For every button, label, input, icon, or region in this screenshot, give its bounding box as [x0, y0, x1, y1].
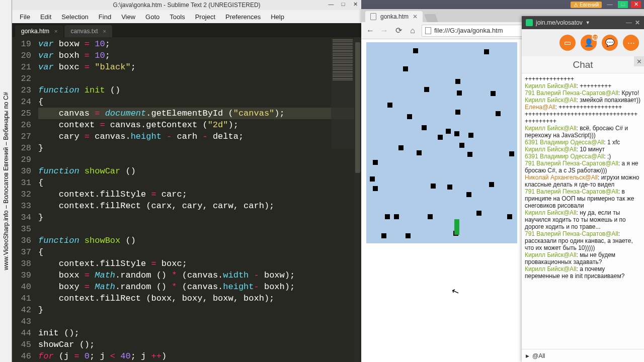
- joinme-panel: join.me/volosatov ▼ — ✕ ▭ 👤15 💬 ⋯ Chat ✕…: [522, 16, 644, 362]
- chat-input-text: @All: [532, 352, 545, 359]
- window-buttons: — □ ✕: [327, 1, 359, 8]
- joinme-titlebar[interactable]: join.me/volosatov ▼ — ✕: [522, 16, 644, 29]
- participants-count: 15: [592, 34, 599, 41]
- menu-edit[interactable]: Edit: [36, 12, 56, 22]
- participants-button[interactable]: 👤15: [581, 35, 597, 51]
- chat-message: 6391 Владимир Одесса@All: 1 xfc: [525, 139, 641, 146]
- os-close-button[interactable]: ✕: [631, 1, 641, 8]
- os-minimize-button[interactable]: —: [605, 1, 615, 8]
- chat-message: Кирилл Бийск@All: ну да, если ты научилс…: [525, 209, 641, 230]
- line-gutter: 1920212223242526272829303132333435363738…: [12, 37, 36, 362]
- menu-find[interactable]: Find: [94, 12, 116, 22]
- caret-right-icon: ▶: [526, 353, 529, 358]
- chat-message: Кирилл Бийск@All: 10 минут: [525, 146, 641, 153]
- box-sprite: [403, 66, 408, 71]
- canvas-area[interactable]: [366, 42, 517, 243]
- tab-close-icon[interactable]: ×: [54, 28, 57, 34]
- tab-close-icon[interactable]: ✕: [413, 13, 418, 20]
- menu-help[interactable]: Help: [266, 12, 289, 22]
- sublime-titlebar[interactable]: G:\java\gonka.htm - Sublime Text 2 (UNRE…: [12, 0, 361, 10]
- menu-goto[interactable]: Goto: [141, 12, 164, 22]
- box-sprite: [468, 133, 473, 138]
- sublime-window: G:\java\gonka.htm - Sublime Text 2 (UNRE…: [12, 0, 361, 362]
- screen-share-button[interactable]: ▭: [559, 35, 576, 51]
- box-sprite: [385, 214, 390, 219]
- box-sprite: [446, 129, 451, 134]
- sublime-tabbar[interactable]: gonka.htm×canvas.txt×: [12, 23, 361, 37]
- page-icon: [425, 27, 431, 34]
- box-sprite: [476, 211, 481, 216]
- box-sprite: [422, 125, 427, 130]
- menu-project[interactable]: Project: [191, 12, 220, 22]
- box-sprite: [424, 87, 429, 92]
- chat-messages[interactable]: ++++++++++++++Кирилл Бийск@All: ++++++++…: [522, 73, 644, 349]
- box-sprite: [454, 131, 459, 136]
- chat-close-button[interactable]: ✕: [634, 56, 644, 66]
- menu-preferences[interactable]: Preferences: [221, 12, 265, 22]
- box-sprite: [484, 49, 489, 54]
- minimize-button[interactable]: —: [327, 1, 335, 8]
- menu-file[interactable]: File: [15, 12, 35, 22]
- chat-message: Кирилл Бийск@All: +++++++++: [525, 82, 641, 89]
- browser-tab[interactable]: gonka.htm ✕: [365, 11, 423, 22]
- chat-message: 791 Валерий Пенза-Саратов@All: а я не бр…: [525, 160, 641, 174]
- joinme-logo-icon: [526, 19, 533, 26]
- code-area[interactable]: var boxw = 10;var boxh = 10;var boxc = "…: [36, 37, 361, 362]
- chat-input[interactable]: ▶ @All: [522, 349, 644, 362]
- close-button[interactable]: ✕: [351, 1, 359, 8]
- chrome-user-badge[interactable]: ⚠ Евгений: [571, 2, 602, 8]
- box-sprite: [507, 214, 512, 219]
- os-maximize-button[interactable]: □: [618, 1, 628, 8]
- box-sprite: [455, 110, 460, 115]
- back-button[interactable]: ←: [365, 26, 375, 36]
- new-tab-button[interactable]: [424, 14, 438, 22]
- chat-message: 791 Валерий Пенза-Саратов@All: в принцип…: [525, 188, 641, 209]
- os-titlebar: ⚠ Евгений — □ ✕: [361, 0, 644, 9]
- page-icon: [370, 13, 376, 20]
- box-sprite: [407, 114, 412, 119]
- tab-label: gonka.htm: [380, 13, 409, 20]
- box-sprite: [394, 214, 399, 219]
- chat-message: 791 Валерий Пенза-Саратов@All: рассказал…: [525, 230, 641, 251]
- box-sprite: [489, 182, 494, 187]
- box-sprite: [417, 150, 422, 155]
- chat-title: Chat: [573, 59, 593, 70]
- maximize-button[interactable]: □: [339, 1, 347, 8]
- box-sprite: [491, 91, 496, 96]
- minimap[interactable]: [331, 38, 354, 149]
- chat-button[interactable]: 💬: [602, 35, 618, 51]
- chevron-down-icon[interactable]: ▼: [586, 20, 590, 25]
- chat-message: Кирилл Бийск@All: а почему переменные не…: [525, 265, 641, 280]
- forward-button[interactable]: →: [379, 26, 389, 36]
- home-button[interactable]: ⌂: [408, 26, 418, 36]
- box-sprite: [387, 103, 392, 108]
- more-button[interactable]: ⋯: [623, 35, 639, 51]
- menu-selection[interactable]: Selection: [57, 12, 93, 22]
- car-sprite: [454, 219, 459, 235]
- editor-tab[interactable]: gonka.htm×: [15, 25, 63, 37]
- box-sprite: [455, 79, 460, 84]
- menu-view[interactable]: View: [117, 12, 140, 22]
- box-sprite: [373, 186, 378, 191]
- box-sprite: [509, 151, 514, 156]
- editor-tab[interactable]: canvas.txt×: [64, 25, 112, 37]
- menu-tools[interactable]: Tools: [165, 12, 189, 22]
- box-sprite: [413, 48, 418, 53]
- box-sprite: [447, 185, 452, 190]
- code-editor[interactable]: 1920212223242526272829303132333435363738…: [12, 37, 361, 362]
- box-sprite: [431, 184, 436, 189]
- reload-button[interactable]: ⟳: [393, 26, 404, 36]
- chat-message: Кирилл Бийск@All: всё, бросаю C# и перех…: [525, 125, 641, 139]
- sublime-menubar[interactable]: FileEditSelectionFindViewGotoToolsProjec…: [12, 10, 361, 23]
- sublime-title: G:\java\gonka.htm - Sublime Text 2 (UNRE…: [113, 2, 260, 9]
- box-sprite: [381, 233, 386, 238]
- joinme-close-button[interactable]: ✕: [635, 19, 640, 26]
- joinme-minimize-button[interactable]: —: [626, 19, 632, 26]
- box-sprite: [398, 145, 404, 150]
- box-sprite: [457, 90, 462, 96]
- tab-close-icon[interactable]: ×: [103, 28, 106, 34]
- editor-scrollbar[interactable]: [354, 37, 361, 362]
- scrollbar-thumb[interactable]: [355, 42, 360, 173]
- box-sprite: [406, 233, 411, 238]
- box-sprite: [370, 176, 375, 182]
